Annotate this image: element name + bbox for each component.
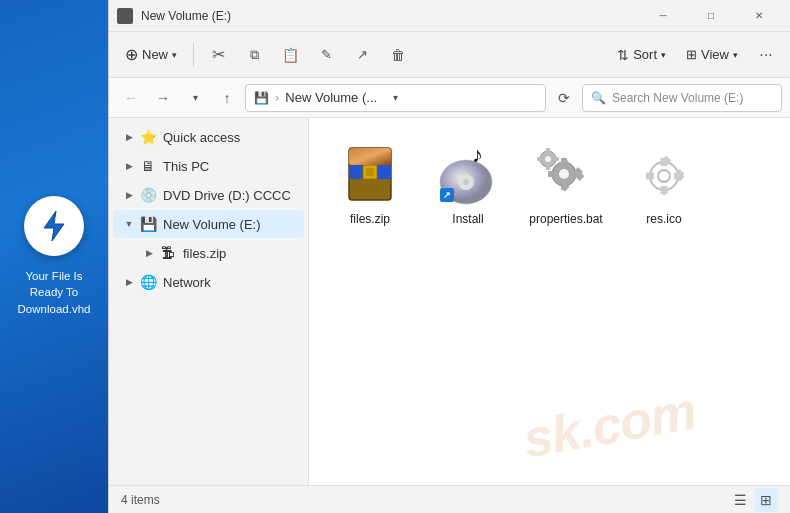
- sidebar-item-label: Network: [163, 275, 211, 290]
- search-box[interactable]: 🔍 Search New Volume (E:): [582, 84, 782, 112]
- sidebar-item-label: This PC: [163, 159, 209, 174]
- address-chevron-icon[interactable]: ▾: [383, 86, 407, 110]
- list-item[interactable]: ♪ ↗ Install: [423, 134, 513, 236]
- list-item[interactable]: properties.bat: [521, 134, 611, 236]
- svg-point-23: [545, 156, 551, 162]
- title-bar-icon: [117, 8, 133, 24]
- file-area: files.zip: [309, 118, 790, 485]
- sort-chevron-icon: ▾: [661, 50, 666, 60]
- back-button[interactable]: ←: [117, 84, 145, 112]
- sidebar-item-label: New Volume (E:): [163, 217, 261, 232]
- view-button[interactable]: ⊞ View ▾: [678, 43, 746, 66]
- toolbar: ⊕ New ▾ ✂ ⧉ 📋 ✎ ↗ 🗑 ⇅ Sort ▾ ⊞ View ▾ ··…: [109, 32, 790, 78]
- delete-button[interactable]: 🗑: [382, 39, 414, 71]
- bat-file-icon: [534, 142, 598, 206]
- list-item[interactable]: files.zip: [325, 134, 415, 236]
- volume-icon: 💾: [139, 215, 157, 233]
- chevron-icon: ▶: [121, 158, 137, 174]
- svg-rect-26: [537, 157, 543, 161]
- paste-button[interactable]: 📋: [274, 39, 306, 71]
- file-name: files.zip: [350, 212, 390, 228]
- quick-access-icon: ⭐: [139, 128, 157, 146]
- address-path: New Volume (...: [285, 90, 377, 105]
- svg-rect-6: [366, 168, 374, 176]
- winrar-file-icon: [338, 142, 402, 206]
- new-button[interactable]: ⊕ New ▾: [117, 41, 185, 68]
- zip-icon: 🗜: [159, 244, 177, 262]
- more-button[interactable]: ···: [750, 39, 782, 71]
- search-icon: 🔍: [591, 91, 606, 105]
- address-box[interactable]: 💾 › New Volume (... ▾: [245, 84, 546, 112]
- toolbar-divider-1: [193, 43, 194, 67]
- rename-button[interactable]: ✎: [310, 39, 342, 71]
- list-item[interactable]: res.ico: [619, 134, 709, 236]
- minimize-button[interactable]: ─: [640, 0, 686, 32]
- svg-point-29: [658, 170, 670, 182]
- view-label: View: [701, 47, 729, 62]
- new-chevron-icon: ▾: [172, 50, 177, 60]
- sidebar-item-network[interactable]: ▶ 🌐 Network: [113, 268, 304, 296]
- maximize-button[interactable]: □: [688, 0, 734, 32]
- svg-rect-32: [646, 173, 654, 180]
- forward-button[interactable]: →: [149, 84, 177, 112]
- svg-rect-27: [553, 157, 559, 161]
- title-bar-title: New Volume (E:): [141, 9, 640, 23]
- sort-button[interactable]: ⇅ Sort ▾: [609, 43, 674, 67]
- sidebar-item-quick-access[interactable]: ▶ ⭐ Quick access: [113, 123, 304, 151]
- share-button[interactable]: ↗: [346, 39, 378, 71]
- bolt-icon: [24, 196, 84, 256]
- chevron-icon: ▶: [141, 245, 157, 261]
- copy-button[interactable]: ⧉: [238, 39, 270, 71]
- search-placeholder: Search New Volume (E:): [612, 91, 743, 105]
- address-bar: ← → ▾ ↑ 💾 › New Volume (... ▾ ⟳ 🔍 Search…: [109, 78, 790, 118]
- recent-button[interactable]: ▾: [181, 84, 209, 112]
- file-name: Install: [452, 212, 483, 228]
- svg-text:♪: ♪: [472, 142, 483, 167]
- svg-rect-25: [546, 164, 550, 170]
- view-chevron-icon: ▾: [733, 50, 738, 60]
- new-plus-icon: ⊕: [125, 45, 138, 64]
- close-button[interactable]: ✕: [736, 0, 782, 32]
- left-panel: Your File Is Ready To Download.vhd: [0, 0, 108, 513]
- explorer-window: New Volume (E:) ─ □ ✕ ⊕ New ▾ ✂ ⧉ 📋 ✎ ↗ …: [108, 0, 790, 513]
- refresh-button[interactable]: ⟳: [550, 84, 578, 112]
- file-name: properties.bat: [529, 212, 602, 228]
- view-icon: ⊞: [686, 47, 697, 62]
- cut-button[interactable]: ✂: [202, 39, 234, 71]
- ico-file-icon: [632, 142, 696, 206]
- svg-rect-7: [349, 148, 391, 165]
- file-name: res.ico: [646, 212, 681, 228]
- svg-rect-24: [546, 148, 550, 154]
- sidebar-item-files-zip[interactable]: ▶ 🗜 files.zip: [113, 239, 304, 267]
- chevron-icon: ▼: [121, 216, 137, 232]
- sidebar: ▶ ⭐ Quick access ▶ 🖥 This PC ▶ 💿 DVD Dri…: [109, 118, 309, 485]
- sidebar-item-dvd[interactable]: ▶ 💿 DVD Drive (D:) CCCC: [113, 181, 304, 209]
- grid-view-button[interactable]: ⊞: [754, 488, 778, 512]
- window-controls: ─ □ ✕: [640, 0, 782, 32]
- network-icon: 🌐: [139, 273, 157, 291]
- drive-icon: 💾: [254, 91, 269, 105]
- sidebar-item-label: DVD Drive (D:) CCCC: [163, 188, 291, 203]
- breadcrumb-separator: ›: [275, 90, 279, 105]
- sort-label: Sort: [633, 47, 657, 62]
- chevron-icon: ▶: [121, 187, 137, 203]
- sidebar-item-new-volume[interactable]: ▼ 💾 New Volume (E:): [113, 210, 304, 238]
- view-controls: ☰ ⊞: [728, 488, 778, 512]
- chevron-icon: ▶: [121, 274, 137, 290]
- content-area: ▶ ⭐ Quick access ▶ 🖥 This PC ▶ 💿 DVD Dri…: [109, 118, 790, 485]
- up-button[interactable]: ↑: [213, 84, 241, 112]
- dvd-icon: 💿: [139, 186, 157, 204]
- chevron-icon: ▶: [121, 129, 137, 145]
- cd-file-icon: ♪ ↗: [436, 142, 500, 206]
- new-label: New: [142, 47, 168, 62]
- sidebar-item-label: files.zip: [183, 246, 226, 261]
- download-text: Your File Is Ready To Download.vhd: [0, 268, 108, 316]
- svg-point-10: [463, 179, 469, 185]
- sidebar-item-this-pc[interactable]: ▶ 🖥 This PC: [113, 152, 304, 180]
- list-view-button[interactable]: ☰: [728, 488, 752, 512]
- status-bar: 4 items ☰ ⊞: [109, 485, 790, 513]
- sidebar-item-label: Quick access: [163, 130, 240, 145]
- status-count: 4 items: [121, 493, 160, 507]
- watermark: sk.com: [427, 364, 790, 485]
- svg-point-28: [650, 162, 678, 190]
